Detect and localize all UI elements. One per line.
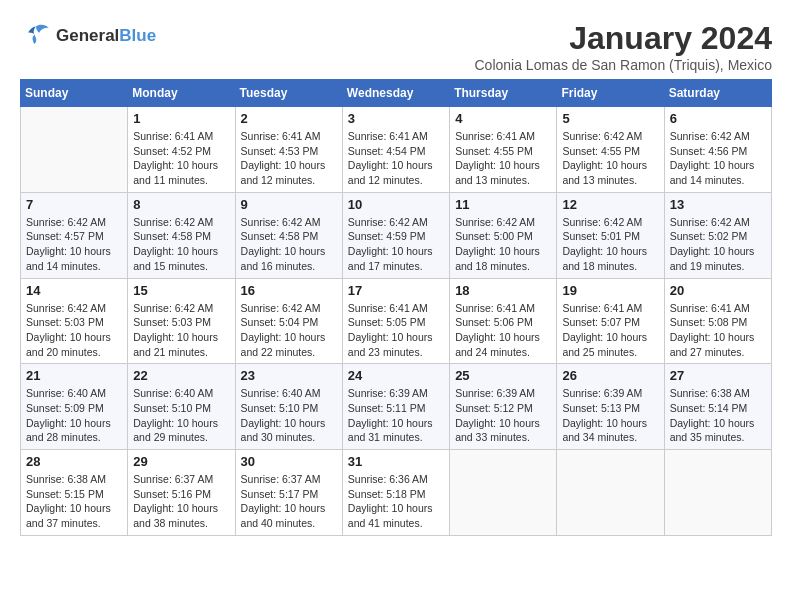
column-header-saturday: Saturday <box>664 80 771 107</box>
day-info: Sunrise: 6:41 AM Sunset: 4:54 PM Dayligh… <box>348 129 444 188</box>
calendar-cell: 23Sunrise: 6:40 AM Sunset: 5:10 PM Dayli… <box>235 364 342 450</box>
day-number: 30 <box>241 454 337 469</box>
day-info: Sunrise: 6:42 AM Sunset: 5:03 PM Dayligh… <box>26 301 122 360</box>
day-info: Sunrise: 6:40 AM Sunset: 5:10 PM Dayligh… <box>241 386 337 445</box>
calendar-cell: 25Sunrise: 6:39 AM Sunset: 5:12 PM Dayli… <box>450 364 557 450</box>
column-header-monday: Monday <box>128 80 235 107</box>
column-header-tuesday: Tuesday <box>235 80 342 107</box>
calendar-cell <box>450 450 557 536</box>
month-title: January 2024 <box>475 20 773 57</box>
day-number: 4 <box>455 111 551 126</box>
day-number: 10 <box>348 197 444 212</box>
calendar-cell: 28Sunrise: 6:38 AM Sunset: 5:15 PM Dayli… <box>21 450 128 536</box>
calendar-table: SundayMondayTuesdayWednesdayThursdayFrid… <box>20 79 772 536</box>
calendar-cell <box>664 450 771 536</box>
day-info: Sunrise: 6:40 AM Sunset: 5:09 PM Dayligh… <box>26 386 122 445</box>
day-info: Sunrise: 6:41 AM Sunset: 5:07 PM Dayligh… <box>562 301 658 360</box>
day-info: Sunrise: 6:42 AM Sunset: 4:56 PM Dayligh… <box>670 129 766 188</box>
calendar-cell: 20Sunrise: 6:41 AM Sunset: 5:08 PM Dayli… <box>664 278 771 364</box>
day-number: 2 <box>241 111 337 126</box>
calendar-cell: 12Sunrise: 6:42 AM Sunset: 5:01 PM Dayli… <box>557 192 664 278</box>
calendar-cell: 1Sunrise: 6:41 AM Sunset: 4:52 PM Daylig… <box>128 107 235 193</box>
day-info: Sunrise: 6:42 AM Sunset: 4:55 PM Dayligh… <box>562 129 658 188</box>
logo-bird-icon <box>20 20 52 52</box>
calendar-header-row: SundayMondayTuesdayWednesdayThursdayFrid… <box>21 80 772 107</box>
calendar-cell: 29Sunrise: 6:37 AM Sunset: 5:16 PM Dayli… <box>128 450 235 536</box>
calendar-cell: 8Sunrise: 6:42 AM Sunset: 4:58 PM Daylig… <box>128 192 235 278</box>
day-info: Sunrise: 6:42 AM Sunset: 5:00 PM Dayligh… <box>455 215 551 274</box>
calendar-cell: 19Sunrise: 6:41 AM Sunset: 5:07 PM Dayli… <box>557 278 664 364</box>
title-block: January 2024 Colonia Lomas de San Ramon … <box>475 20 773 73</box>
day-info: Sunrise: 6:37 AM Sunset: 5:16 PM Dayligh… <box>133 472 229 531</box>
day-info: Sunrise: 6:36 AM Sunset: 5:18 PM Dayligh… <box>348 472 444 531</box>
day-number: 5 <box>562 111 658 126</box>
calendar-cell: 22Sunrise: 6:40 AM Sunset: 5:10 PM Dayli… <box>128 364 235 450</box>
day-info: Sunrise: 6:42 AM Sunset: 5:02 PM Dayligh… <box>670 215 766 274</box>
day-number: 8 <box>133 197 229 212</box>
day-number: 24 <box>348 368 444 383</box>
column-header-thursday: Thursday <box>450 80 557 107</box>
calendar-cell: 10Sunrise: 6:42 AM Sunset: 4:59 PM Dayli… <box>342 192 449 278</box>
week-row-5: 28Sunrise: 6:38 AM Sunset: 5:15 PM Dayli… <box>21 450 772 536</box>
calendar-cell: 30Sunrise: 6:37 AM Sunset: 5:17 PM Dayli… <box>235 450 342 536</box>
day-info: Sunrise: 6:41 AM Sunset: 4:52 PM Dayligh… <box>133 129 229 188</box>
day-info: Sunrise: 6:42 AM Sunset: 5:04 PM Dayligh… <box>241 301 337 360</box>
day-info: Sunrise: 6:41 AM Sunset: 4:55 PM Dayligh… <box>455 129 551 188</box>
calendar-cell: 16Sunrise: 6:42 AM Sunset: 5:04 PM Dayli… <box>235 278 342 364</box>
day-info: Sunrise: 6:38 AM Sunset: 5:14 PM Dayligh… <box>670 386 766 445</box>
calendar-cell: 18Sunrise: 6:41 AM Sunset: 5:06 PM Dayli… <box>450 278 557 364</box>
page-header: GeneralBlue January 2024 Colonia Lomas d… <box>20 20 772 73</box>
day-number: 13 <box>670 197 766 212</box>
day-info: Sunrise: 6:42 AM Sunset: 4:57 PM Dayligh… <box>26 215 122 274</box>
day-number: 23 <box>241 368 337 383</box>
day-info: Sunrise: 6:38 AM Sunset: 5:15 PM Dayligh… <box>26 472 122 531</box>
calendar-cell <box>21 107 128 193</box>
calendar-cell: 2Sunrise: 6:41 AM Sunset: 4:53 PM Daylig… <box>235 107 342 193</box>
day-number: 25 <box>455 368 551 383</box>
day-info: Sunrise: 6:40 AM Sunset: 5:10 PM Dayligh… <box>133 386 229 445</box>
calendar-cell: 3Sunrise: 6:41 AM Sunset: 4:54 PM Daylig… <box>342 107 449 193</box>
column-header-sunday: Sunday <box>21 80 128 107</box>
day-number: 21 <box>26 368 122 383</box>
day-info: Sunrise: 6:41 AM Sunset: 5:05 PM Dayligh… <box>348 301 444 360</box>
calendar-cell: 13Sunrise: 6:42 AM Sunset: 5:02 PM Dayli… <box>664 192 771 278</box>
day-info: Sunrise: 6:42 AM Sunset: 4:58 PM Dayligh… <box>241 215 337 274</box>
calendar-cell: 26Sunrise: 6:39 AM Sunset: 5:13 PM Dayli… <box>557 364 664 450</box>
calendar-cell: 5Sunrise: 6:42 AM Sunset: 4:55 PM Daylig… <box>557 107 664 193</box>
day-info: Sunrise: 6:39 AM Sunset: 5:13 PM Dayligh… <box>562 386 658 445</box>
day-number: 28 <box>26 454 122 469</box>
week-row-2: 7Sunrise: 6:42 AM Sunset: 4:57 PM Daylig… <box>21 192 772 278</box>
logo-text: GeneralBlue <box>56 26 156 46</box>
calendar-cell: 4Sunrise: 6:41 AM Sunset: 4:55 PM Daylig… <box>450 107 557 193</box>
day-number: 26 <box>562 368 658 383</box>
calendar-cell: 6Sunrise: 6:42 AM Sunset: 4:56 PM Daylig… <box>664 107 771 193</box>
day-info: Sunrise: 6:39 AM Sunset: 5:11 PM Dayligh… <box>348 386 444 445</box>
calendar-cell <box>557 450 664 536</box>
calendar-cell: 17Sunrise: 6:41 AM Sunset: 5:05 PM Dayli… <box>342 278 449 364</box>
day-info: Sunrise: 6:41 AM Sunset: 4:53 PM Dayligh… <box>241 129 337 188</box>
day-number: 20 <box>670 283 766 298</box>
column-header-wednesday: Wednesday <box>342 80 449 107</box>
day-number: 17 <box>348 283 444 298</box>
day-info: Sunrise: 6:42 AM Sunset: 5:01 PM Dayligh… <box>562 215 658 274</box>
week-row-1: 1Sunrise: 6:41 AM Sunset: 4:52 PM Daylig… <box>21 107 772 193</box>
week-row-3: 14Sunrise: 6:42 AM Sunset: 5:03 PM Dayli… <box>21 278 772 364</box>
calendar-cell: 14Sunrise: 6:42 AM Sunset: 5:03 PM Dayli… <box>21 278 128 364</box>
day-number: 29 <box>133 454 229 469</box>
calendar-cell: 7Sunrise: 6:42 AM Sunset: 4:57 PM Daylig… <box>21 192 128 278</box>
day-info: Sunrise: 6:41 AM Sunset: 5:08 PM Dayligh… <box>670 301 766 360</box>
location-title: Colonia Lomas de San Ramon (Triquis), Me… <box>475 57 773 73</box>
day-info: Sunrise: 6:42 AM Sunset: 5:03 PM Dayligh… <box>133 301 229 360</box>
day-number: 1 <box>133 111 229 126</box>
day-number: 18 <box>455 283 551 298</box>
calendar-cell: 9Sunrise: 6:42 AM Sunset: 4:58 PM Daylig… <box>235 192 342 278</box>
day-number: 9 <box>241 197 337 212</box>
day-number: 14 <box>26 283 122 298</box>
day-number: 3 <box>348 111 444 126</box>
day-number: 11 <box>455 197 551 212</box>
day-info: Sunrise: 6:41 AM Sunset: 5:06 PM Dayligh… <box>455 301 551 360</box>
logo: GeneralBlue <box>20 20 156 52</box>
day-number: 12 <box>562 197 658 212</box>
calendar-cell: 15Sunrise: 6:42 AM Sunset: 5:03 PM Dayli… <box>128 278 235 364</box>
calendar-cell: 11Sunrise: 6:42 AM Sunset: 5:00 PM Dayli… <box>450 192 557 278</box>
